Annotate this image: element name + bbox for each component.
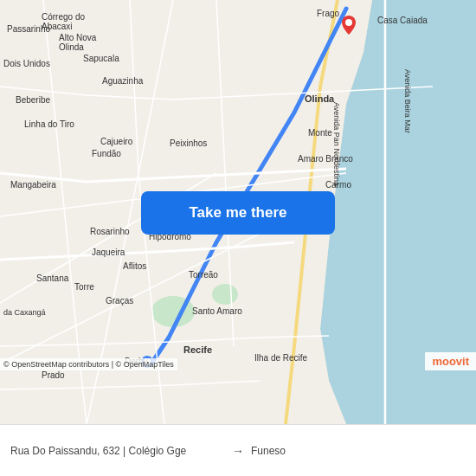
svg-point-4 bbox=[212, 284, 238, 305]
route-to: Funeso bbox=[251, 445, 466, 457]
route-from: Rua Do Paissandu, 632 | Colégio Gge bbox=[10, 445, 225, 457]
attribution-text: © OpenStreetMap contributors | © OpenMap… bbox=[0, 358, 177, 370]
arrow-icon: → bbox=[232, 444, 244, 458]
map-area: Córrego doAbacaxi Passarinho Alto NovaOl… bbox=[0, 0, 476, 424]
main-container: Córrego doAbacaxi Passarinho Alto NovaOl… bbox=[0, 0, 476, 476]
bottom-bar: Rua Do Paissandu, 632 | Colégio Gge → Fu… bbox=[0, 424, 476, 476]
take-me-there-button[interactable]: Take me there bbox=[141, 191, 335, 235]
moovit-logo: moovit bbox=[425, 352, 476, 370]
svg-point-5 bbox=[345, 19, 352, 26]
